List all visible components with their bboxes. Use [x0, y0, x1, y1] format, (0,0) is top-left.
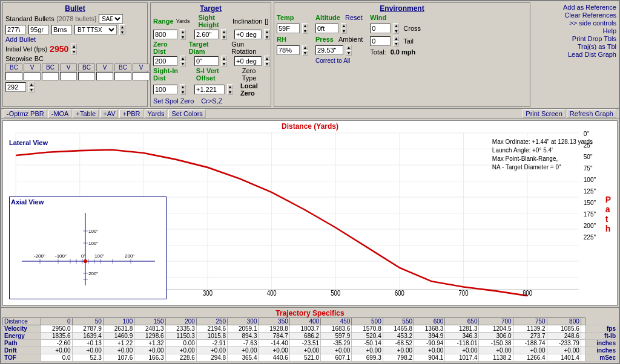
altitude-spinner[interactable]: ▲▼	[341, 23, 347, 34]
cell-value: 520.4	[352, 333, 383, 340]
rh-spinner[interactable]: ▲▼	[302, 45, 308, 56]
inclination-input[interactable]	[234, 30, 262, 39]
zero-dist-spinner[interactable]: ▲▼	[180, 56, 186, 67]
pbr-btn[interactable]: +PBR	[119, 109, 143, 118]
target-diam-spinner[interactable]: ▲▼	[221, 56, 227, 67]
bc-cell-8: V	[133, 63, 150, 80]
correct-to-all-link[interactable]: Correct to All	[315, 57, 350, 64]
refresh-graph-btn[interactable]: Refresh Graph	[567, 109, 616, 118]
cell-value: 107.6	[103, 354, 134, 362]
s1-vert-input[interactable]	[194, 85, 225, 94]
row-label: Path	[3, 340, 41, 347]
cell-value: 1017.4	[445, 354, 479, 362]
cell-value: -90.94	[414, 340, 445, 347]
wind-label: Wind	[370, 14, 386, 21]
av-btn[interactable]: +AV	[100, 109, 118, 118]
lead-dist-graph-link[interactable]: Lead Dist Graph	[568, 51, 616, 58]
s1-vert-spinner[interactable]: ▲▼	[227, 84, 233, 95]
caliber-input[interactable]	[5, 25, 26, 34]
trajectory-title: Trajectory Specifics	[2, 309, 618, 317]
gun-rotation-input[interactable]	[234, 56, 262, 66]
unit-select[interactable]: SAE	[99, 14, 123, 24]
cell-value: 248.6	[547, 333, 581, 340]
bullet-spinner[interactable]: ▲▼	[119, 24, 125, 35]
sight-in-spinner[interactable]: ▲▼	[180, 84, 186, 95]
cell-value: 2950.0	[41, 325, 72, 333]
gun-rotation-label: Gun Rotation	[231, 41, 268, 55]
col-header-650: 650	[445, 318, 479, 325]
bullet-type-select[interactable]: BT TTSX	[74, 25, 117, 34]
inclination-spinner[interactable]: ▲▼	[264, 29, 270, 40]
moa-btn[interactable]: -MOA	[48, 109, 72, 118]
yards-btn[interactable]: Yards	[145, 109, 168, 118]
cell-value: 1015.8	[196, 333, 227, 340]
total-label: Total:	[370, 48, 386, 56]
rh-input[interactable]	[277, 45, 300, 55]
wind-tail-spinner[interactable]: ▲▼	[393, 36, 399, 47]
brand-input[interactable]	[51, 25, 72, 34]
trajectory-data-table: Distance 0 50 100 150 200 250 300 350 40…	[2, 317, 618, 362]
bc-value-input[interactable]	[5, 82, 26, 92]
target-diam-input[interactable]	[194, 56, 219, 66]
cell-value: 2059.1	[228, 325, 259, 333]
wind-cross-spinner[interactable]: ▲▼	[393, 23, 399, 34]
cell-value: -7.63	[228, 340, 259, 347]
range-input[interactable]	[153, 30, 177, 39]
sight-height-spinner[interactable]: ▲▼	[221, 29, 227, 40]
altitude-reset-link[interactable]: Reset	[345, 14, 363, 21]
target-diam-label: Target Diam	[189, 41, 225, 55]
press-label: Press	[315, 36, 334, 43]
bc-cell-6: V	[96, 63, 113, 80]
trajectories-link[interactable]: Traj(s) as Tbl	[578, 43, 616, 50]
print-screen-btn[interactable]: Print Screen	[523, 109, 566, 118]
clear-refs-link[interactable]: Clear References	[564, 11, 616, 19]
sight-in-dist-input[interactable]	[153, 85, 177, 94]
table-btn[interactable]: +Table	[73, 109, 99, 118]
weight-input[interactable]	[28, 25, 49, 34]
col-header-0: 0	[41, 318, 72, 325]
bc-h6: V	[96, 63, 113, 71]
col-header-150: 150	[134, 318, 165, 325]
set-colors-btn[interactable]: Set Colors	[168, 109, 205, 118]
cell-value: 1085.6	[547, 325, 581, 333]
press-spinner[interactable]: ▲▼	[346, 45, 352, 56]
add-bullet-link[interactable]: Add Bullet	[5, 36, 36, 43]
temp-input[interactable]	[277, 24, 300, 33]
bc-cell-4: V	[60, 63, 77, 80]
cell-value: 1368.3	[414, 325, 445, 333]
right-links: Add as Reference Clear References >> sid…	[533, 2, 618, 107]
cell-value: +0.13	[72, 340, 103, 347]
bc-spinner[interactable]: ▲▼	[28, 82, 35, 93]
svg-text:500: 500	[331, 289, 340, 297]
cell-value: 1465.8	[383, 325, 414, 333]
row-label: Drift	[3, 347, 41, 354]
altitude-input[interactable]	[315, 24, 338, 33]
cell-value: 2631.8	[103, 325, 134, 333]
print-drop-tbls-link[interactable]: Print Drop Tbls	[572, 35, 616, 42]
cr-s-z-link[interactable]: Cr>S,Z	[201, 97, 222, 105]
cell-value: +0.00	[445, 347, 479, 354]
gun-rotation-spinner[interactable]: ▲▼	[264, 56, 270, 67]
svg-text:700: 700	[459, 289, 469, 297]
wind-cross-input[interactable]	[370, 24, 391, 33]
row-label: TOF	[3, 354, 41, 362]
max-ordinate-info: Max Ordinate: +1.44" at 128.13 yards	[492, 138, 593, 146]
sight-height-input[interactable]	[194, 30, 219, 39]
range-spinner[interactable]: ▲▼	[180, 29, 186, 40]
set-spol-zero-link[interactable]: Set Spol Zero	[153, 97, 194, 105]
cell-value: +0.00	[321, 347, 352, 354]
add-as-ref-link[interactable]: Add as Reference	[563, 4, 616, 11]
wind-tail-input[interactable]	[370, 36, 391, 46]
cell-value: -23.51	[289, 340, 320, 347]
optmz-pbr-btn[interactable]: -Optmz PBR	[4, 109, 47, 118]
velocity-spinner[interactable]: ▲▼	[71, 44, 77, 54]
cell-value: +0.00	[228, 347, 259, 354]
bullet-count: [2078 bullets]	[57, 15, 96, 22]
zero-dist-input[interactable]	[153, 56, 177, 66]
cell-value: 2194.6	[196, 325, 227, 333]
cell-value: +0.00	[165, 347, 196, 354]
temp-spinner[interactable]: ▲▼	[302, 23, 308, 34]
press-input[interactable]	[315, 45, 343, 55]
help-link[interactable]: Help	[602, 27, 616, 34]
side-controls-link[interactable]: >> side controls	[569, 19, 616, 27]
